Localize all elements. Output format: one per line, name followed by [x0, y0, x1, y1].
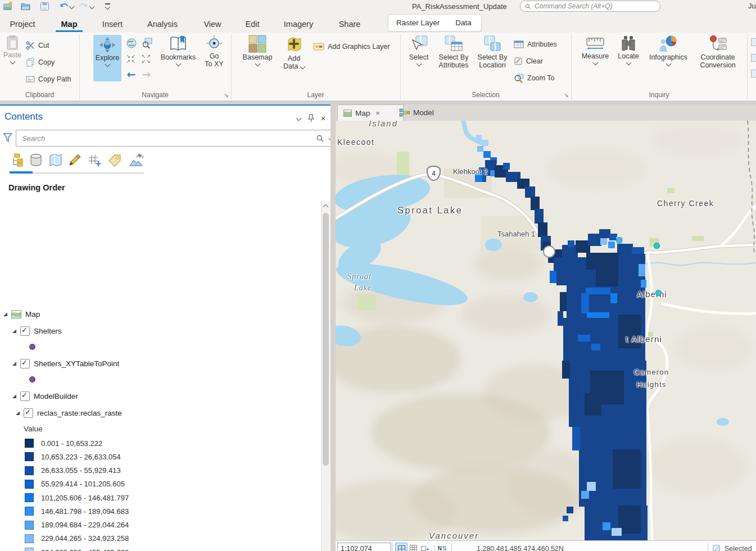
scrollbar-thumb[interactable] — [323, 213, 329, 466]
redo-dropdown[interactable] — [89, 1, 94, 11]
new-project-icon[interactable] — [2, 1, 12, 11]
expand-icon[interactable]: ◢ — [12, 361, 16, 366]
shelter-point[interactable] — [654, 243, 660, 249]
legend-swatch[interactable] — [25, 534, 34, 543]
close-icon[interactable]: × — [375, 109, 380, 117]
tab-map[interactable]: Map — [55, 16, 83, 33]
legend-row[interactable]: 189,094.684 - 229,044.264 — [0, 518, 129, 532]
expand-icon[interactable]: ◢ — [12, 329, 16, 334]
cut-button[interactable]: Cut — [26, 38, 49, 53]
undo-dropdown[interactable] — [69, 1, 74, 11]
legend-row[interactable]: 101,205.606 - 146,481.797 — [0, 491, 129, 504]
attributes-button[interactable]: Attributes — [514, 37, 557, 52]
layer-row-map[interactable]: ◢ Map — [0, 307, 40, 321]
list-by-data-source-tab[interactable] — [28, 152, 44, 169]
layout-grid-icon[interactable] — [395, 543, 408, 551]
legend-swatch[interactable] — [25, 493, 34, 502]
legend-row[interactable]: 55,929.414 - 101,205.605 — [0, 477, 129, 491]
tab-project[interactable]: Project — [6, 16, 39, 33]
expand-icon[interactable]: ◢ — [12, 394, 16, 399]
clipped-ribbon-icon[interactable] — [751, 54, 756, 62]
undo-icon[interactable] — [58, 1, 69, 11]
full-extent-icon[interactable] — [124, 36, 138, 50]
list-by-editing-tab[interactable] — [66, 152, 83, 169]
list-by-labeling-tab[interactable] — [106, 152, 123, 169]
command-search-input[interactable] — [533, 2, 655, 11]
select-by-location-button[interactable]: Select ByLocation — [473, 35, 511, 69]
expand-icon[interactable]: ◢ — [16, 411, 20, 416]
pane-close-icon[interactable]: × — [318, 113, 328, 123]
legend-swatch[interactable] — [25, 521, 34, 530]
save-project-icon[interactable] — [39, 1, 49, 11]
select-by-attributes-button[interactable]: Select ByAttributes — [435, 35, 472, 69]
copy-path-button[interactable]: Copy Path — [26, 72, 71, 86]
coordinates-readout[interactable]: 1,280,481.485 474,460.52N — [477, 545, 564, 551]
tab-insert[interactable]: Insert — [97, 16, 128, 33]
layer-checkbox[interactable] — [20, 391, 30, 401]
previous-extent-icon[interactable]: ← — [124, 67, 138, 81]
north-arrow-icon[interactable]: N⇅ — [437, 543, 448, 551]
measure-button[interactable]: Measure — [579, 35, 612, 65]
layer-checkbox[interactable] — [20, 359, 30, 368]
clear-button[interactable]: Clear — [514, 54, 543, 69]
contents-search[interactable] — [16, 130, 338, 147]
legend-swatch[interactable] — [25, 548, 34, 551]
clipped-ribbon-icon[interactable] — [751, 70, 756, 78]
legend-row[interactable]: 10,653.223 - 26,633.054 — [0, 450, 129, 463]
locate-button[interactable]: Locate — [614, 35, 643, 65]
select-button[interactable]: Select — [404, 35, 434, 66]
legend-swatch[interactable] — [25, 466, 34, 475]
copy-button[interactable]: Copy — [26, 55, 55, 70]
infographics-button[interactable]: Infographics — [645, 35, 691, 66]
zoom-to-selection-button[interactable]: Zoom To — [514, 71, 554, 85]
tab-data[interactable]: Data — [447, 15, 479, 31]
customize-quick-access-icon[interactable] — [102, 1, 112, 11]
list-by-imagery-tab[interactable] — [128, 152, 145, 169]
contents-search-input[interactable] — [21, 134, 316, 143]
tab-share[interactable]: Share — [335, 16, 364, 33]
search-icon[interactable] — [316, 135, 324, 142]
bookmarks-button[interactable]: Bookmarks — [158, 35, 198, 66]
next-extent-icon[interactable]: → — [139, 67, 153, 81]
layer-checkbox[interactable] — [24, 408, 33, 418]
contents-scrollbar[interactable] — [321, 201, 331, 551]
pane-pin-icon[interactable] — [306, 113, 316, 123]
add-graphics-layer-button[interactable]: Add Graphics Layer — [313, 39, 390, 54]
map-canvas[interactable]: .c1{fill:#0E3166}.c2{fill:#10418C}.c3{fi… — [336, 121, 756, 551]
legend-swatch[interactable] — [25, 507, 34, 516]
legend-row[interactable]: 229,044.265 - 324,923.258 — [0, 532, 129, 545]
pane-splitter[interactable] — [331, 104, 336, 551]
scroll-up-icon[interactable] — [323, 204, 329, 210]
legend-row[interactable]: 0.001 - 10,653.222 — [0, 436, 129, 450]
open-project-icon[interactable] — [20, 1, 30, 11]
tab-imagery[interactable]: Imagery — [280, 16, 317, 33]
basemap-button[interactable]: Basemap — [239, 35, 275, 66]
expand-icon[interactable]: ◢ — [3, 312, 7, 317]
command-search[interactable] — [520, 1, 660, 12]
filter-icon[interactable] — [3, 133, 12, 143]
legend-swatch[interactable] — [25, 439, 34, 448]
grid-icon[interactable] — [408, 543, 419, 551]
navigate-dialog-launcher[interactable]: ⇘ — [224, 92, 229, 98]
selected-features-label[interactable]: Selected — [725, 545, 752, 551]
layer-row-shelters[interactable]: ◢ Shelters — [0, 324, 61, 338]
zoom-to-selection-icon[interactable] — [139, 36, 153, 50]
list-by-drawing-order-tab[interactable] — [10, 152, 26, 169]
clipped-ribbon-icon[interactable] — [751, 38, 756, 46]
list-by-snapping-tab[interactable] — [86, 152, 103, 169]
legend-row[interactable]: 26,633.055 - 55,929.413 — [0, 464, 129, 477]
tab-view[interactable]: View — [200, 16, 225, 33]
shelter-point[interactable] — [616, 237, 622, 243]
tab-edit[interactable]: Edit — [241, 16, 264, 33]
pane-menu-chevron-icon[interactable] — [293, 113, 304, 123]
shelter-point[interactable] — [655, 290, 662, 296]
redo-icon[interactable] — [79, 1, 89, 11]
explore-button[interactable]: Explore — [93, 35, 121, 81]
tab-analysis[interactable]: Analysis — [144, 16, 181, 33]
selected-features-icon[interactable] — [711, 543, 722, 551]
layer-row-shetlers-xy[interactable]: ◢ Shetlers_XYTableToPoint — [0, 357, 119, 370]
legend-row[interactable]: 324,923.259 - 455,425.222 — [0, 545, 129, 551]
selection-dialog-launcher[interactable]: ⇘ — [564, 92, 569, 98]
layer-checkbox[interactable] — [20, 326, 30, 336]
paste-button[interactable]: Paste — [1, 35, 24, 63]
